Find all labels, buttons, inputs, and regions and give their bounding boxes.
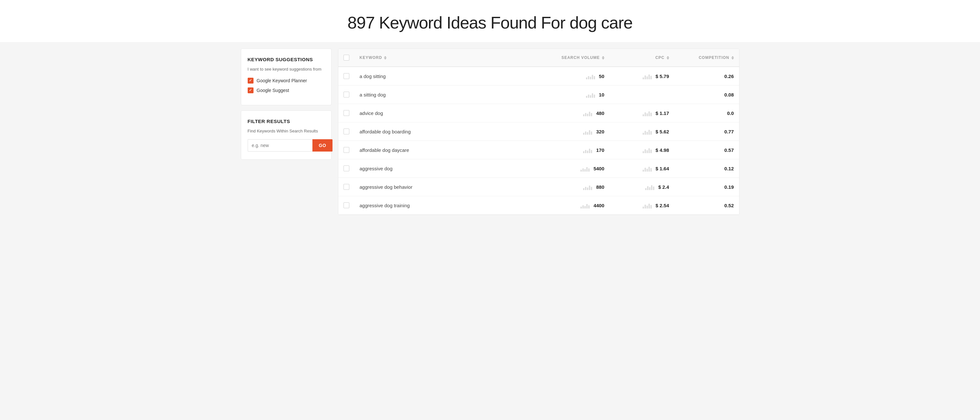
cpc-sort-icon [667,56,669,60]
trend-bar-icon [583,110,592,116]
table-row: aggressive dog 5400 $ 1.64 0.12 [338,159,739,178]
cpc-cell: $ 1.64 [609,159,675,177]
row-checkbox[interactable] [344,92,349,97]
search-volume-cell: 10 [545,86,609,103]
row-checkbox-cell[interactable] [338,67,355,85]
keyword-cell: advice dog [355,105,545,122]
keyword-cell: a dog sitting [355,68,545,85]
row-checkbox-cell[interactable] [338,104,355,122]
filter-input[interactable] [248,139,312,151]
competition-cell: 0.77 [675,123,739,140]
competition-cell: 0.19 [675,178,739,196]
row-checkbox[interactable] [344,73,349,79]
table-row: aggressive dog behavior 880 $ 2.4 0.19 [338,178,739,196]
checkbox-google-suggest[interactable]: ✓ [248,88,253,93]
keyword-cell: affordable dog boarding [355,123,545,140]
cpc-cell: $ 1.17 [609,104,675,122]
cpc-bar-icon [645,184,654,190]
table-row: affordable dog daycare 170 $ 4.98 0.57 [338,141,739,159]
search-volume-cell: 480 [545,104,609,122]
competition-cell: 0.08 [675,86,739,103]
trend-bar-icon [583,147,592,153]
row-checkbox[interactable] [344,184,349,190]
th-search-volume[interactable]: SEARCH VOLUME [545,49,609,66]
competition-sort-icon [731,56,734,60]
suggestions-desc: I want to see keyword suggestions from [248,66,325,73]
competition-cell: 0.12 [675,160,739,177]
filter-input-row: GO [248,139,325,151]
search-volume-cell: 5400 [545,159,609,177]
sidebar: KEYWORD SUGGESTIONS I want to see keywor… [241,49,331,215]
table-header: KEYWORD SEARCH VOLUME CPC [338,49,739,67]
keyword-cell: aggressive dog [355,160,545,177]
trend-bar-icon [581,165,590,172]
competition-cell: 0.0 [675,105,739,122]
select-all-checkbox[interactable] [344,55,349,60]
keyword-suggestions-section: KEYWORD SUGGESTIONS I want to see keywor… [241,49,331,105]
row-checkbox-cell[interactable] [338,178,355,196]
row-checkbox-cell[interactable] [338,86,355,103]
checkbox-google-planner[interactable]: ✓ [248,78,253,84]
table-row: affordable dog boarding 320 $ 5.62 0.77 [338,123,739,141]
source-google-planner-label: Google Keyword Planner [257,78,307,83]
results-table: KEYWORD SEARCH VOLUME CPC [338,49,740,215]
page-title: 897 Keyword Ideas Found For dog care [6,13,974,32]
page-header: 897 Keyword Ideas Found For dog care [0,0,980,42]
row-checkbox[interactable] [344,147,349,153]
row-checkbox[interactable] [344,110,349,116]
th-checkbox[interactable] [338,49,355,66]
row-checkbox[interactable] [344,129,349,134]
row-checkbox-cell[interactable] [338,197,355,214]
competition-cell: 0.52 [675,197,739,214]
row-checkbox-cell[interactable] [338,123,355,140]
cpc-bar-icon [643,202,652,208]
keyword-cell: aggressive dog training [355,197,545,214]
trend-bar-icon [586,91,595,98]
suggestions-title: KEYWORD SUGGESTIONS [248,57,325,62]
filter-results-section: FILTER RESULTS Find Keywords Within Sear… [241,110,331,160]
cpc-cell: $ 5.62 [609,123,675,140]
cpc-bar-icon [643,73,652,80]
row-checkbox[interactable] [344,202,349,208]
cpc-cell: $ 2.54 [609,196,675,214]
table-row: a sitting dog 10 0.08 [338,86,739,104]
search-volume-sort-icon [602,56,605,60]
cpc-cell: $ 5.79 [609,67,675,85]
search-volume-cell: 50 [545,67,609,85]
filter-go-button[interactable]: GO [312,139,333,151]
keyword-cell: a sitting dog [355,86,545,103]
search-volume-cell: 880 [545,178,609,196]
source-google-suggest-label: Google Suggest [257,88,289,93]
search-volume-cell: 320 [545,123,609,140]
trend-bar-icon [581,202,590,208]
trend-bar-icon [586,73,595,80]
competition-cell: 0.26 [675,68,739,85]
competition-cell: 0.57 [675,142,739,159]
trend-bar-icon [583,184,592,190]
filter-desc: Find Keywords Within Search Results [248,128,325,134]
row-checkbox[interactable] [344,165,349,171]
cpc-cell: $ 4.98 [609,141,675,159]
row-checkbox-cell[interactable] [338,160,355,177]
cpc-bar-icon [643,147,652,153]
keyword-sort-icon [384,56,387,60]
row-checkbox-cell[interactable] [338,141,355,159]
th-keyword[interactable]: KEYWORD [355,49,545,66]
filter-title: FILTER RESULTS [248,119,325,124]
main-content: KEYWORD SUGGESTIONS I want to see keywor… [231,42,749,221]
th-competition[interactable]: COMPETITION [675,49,739,66]
keyword-cell: affordable dog daycare [355,142,545,159]
source-google-planner[interactable]: ✓ Google Keyword Planner [248,78,325,84]
table-row: a dog sitting 50 $ 5.79 0.26 [338,67,739,86]
source-google-suggest[interactable]: ✓ Google Suggest [248,88,325,93]
cpc-bar-icon [643,110,652,116]
table-row: advice dog 480 $ 1.17 0.0 [338,104,739,123]
table-row: aggressive dog training 4400 $ 2.54 0.52 [338,196,739,215]
cpc-bar-icon [643,128,652,135]
search-volume-cell: 170 [545,141,609,159]
cpc-cell: $ 2.4 [609,178,675,196]
cpc-cell [609,89,675,100]
keyword-cell: aggressive dog behavior [355,178,545,196]
table-body: a dog sitting 50 $ 5.79 0.26 a sitting d… [338,67,739,215]
th-cpc[interactable]: CPC [609,49,675,66]
